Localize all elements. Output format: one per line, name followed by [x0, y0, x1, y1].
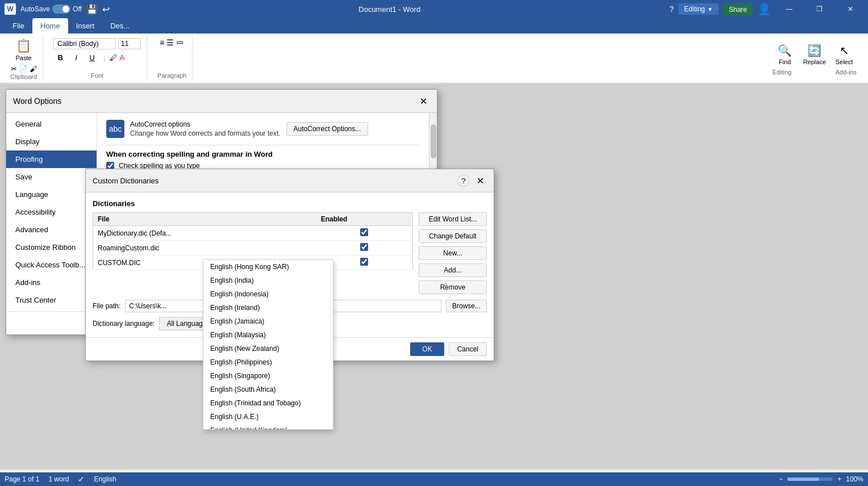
- font-group-label: Font: [91, 72, 103, 79]
- sidebar-item-display[interactable]: Display: [6, 133, 97, 150]
- lang-item-singapore[interactable]: English (Singapore): [203, 369, 333, 383]
- lang-item-malaysia[interactable]: English (Malaysia): [203, 328, 333, 342]
- autosave-switch[interactable]: [52, 5, 70, 14]
- sidebar-item-proofing[interactable]: Proofing: [6, 150, 97, 168]
- italic-button[interactable]: I: [69, 52, 83, 64]
- autocorrect-title: AutoCorrect options: [130, 120, 281, 128]
- select-button[interactable]: ↖ Select: [832, 41, 857, 68]
- custom-dict-ok-button[interactable]: OK: [410, 342, 444, 356]
- font-size-input[interactable]: [118, 38, 141, 49]
- editing-dropdown[interactable]: Editing ▼: [678, 3, 719, 15]
- add-dict-button[interactable]: Add...: [419, 263, 487, 277]
- sidebar-item-advanced[interactable]: Advanced: [6, 221, 97, 238]
- dict-enabled-1[interactable]: [316, 226, 413, 241]
- custom-dict-cancel-button[interactable]: Cancel: [449, 342, 487, 356]
- autosave-label: AutoSave: [20, 5, 50, 13]
- lang-item-south-africa[interactable]: English (South Africa): [203, 383, 333, 396]
- lang-item-new-zealand[interactable]: English (New Zealand): [203, 342, 333, 355]
- autocorrect-icon: abc: [106, 120, 124, 138]
- restore-button[interactable]: ❐: [807, 0, 833, 18]
- addins-label: Add-ins: [836, 69, 857, 76]
- share-button[interactable]: Share: [723, 3, 753, 15]
- sidebar-item-quick-access[interactable]: Quick Access Toolb...: [6, 256, 97, 274]
- select-icon: ↖: [840, 44, 849, 57]
- numbering-icon[interactable]: ≔: [176, 38, 184, 47]
- font-name-input[interactable]: [53, 38, 116, 49]
- lang-item-trinidad[interactable]: English (Trinidad and Tobago): [203, 396, 333, 410]
- dict-label: Dictionaries: [93, 199, 487, 208]
- font-group: B I U | 🖊 A Font: [48, 36, 147, 81]
- lang-item-jamaica[interactable]: English (Jamaica): [203, 315, 333, 328]
- sidebar-item-language[interactable]: Language: [6, 186, 97, 203]
- user-avatar[interactable]: 👤: [757, 2, 771, 16]
- paragraph-group: ≡ ☰ ≔ Paragraph: [152, 36, 193, 81]
- minimize-button[interactable]: —: [776, 0, 802, 18]
- dict-enabled-checkbox-2[interactable]: [360, 243, 368, 251]
- align-left-icon[interactable]: ≡: [160, 38, 164, 47]
- new-dict-button[interactable]: New...: [419, 246, 487, 260]
- lang-item-indonesia[interactable]: English (Indonesia): [203, 287, 333, 301]
- sidebar-item-accessibility[interactable]: Accessibility: [6, 203, 97, 221]
- paste-button[interactable]: 📋 Paste: [11, 36, 36, 64]
- bold-button[interactable]: B: [53, 52, 67, 64]
- find-button[interactable]: 🔍 Find: [773, 41, 798, 68]
- dict-file-1[interactable]: MyDictionary.dic (Defa...: [93, 226, 316, 241]
- lang-item-ireland[interactable]: English (Ireland): [203, 301, 333, 315]
- replace-button[interactable]: 🔄 Replace: [800, 41, 829, 68]
- doc-title: Document1 - Word: [358, 5, 420, 14]
- tab-home[interactable]: Home: [32, 18, 68, 33]
- word-options-sidebar: General Display Proofing Save Language A…: [6, 113, 97, 311]
- font-controls: B I U | 🖊 A: [53, 38, 141, 64]
- undo-icon[interactable]: ↩: [102, 4, 110, 15]
- tab-file[interactable]: File: [5, 18, 32, 33]
- lang-item-india[interactable]: English (India): [203, 274, 333, 287]
- custom-dict-title-bar: Custom Dictionaries ? ✕: [86, 169, 494, 192]
- find-icon: 🔍: [778, 44, 792, 57]
- word-options-title: Word Options: [13, 97, 61, 106]
- autosave-toggle[interactable]: AutoSave Off: [20, 5, 82, 14]
- lang-item-hong-kong[interactable]: English (Hong Kong SAR): [203, 260, 333, 274]
- title-bar-right: ? Editing ▼ Share 👤 — ❐ ✕: [670, 0, 863, 18]
- custom-dict-help-button[interactable]: ?: [457, 174, 470, 187]
- lang-item-philippines[interactable]: English (Philippines): [203, 355, 333, 369]
- dict-file-2[interactable]: RoamingCustom.dic: [93, 241, 316, 255]
- sidebar-item-save[interactable]: Save: [6, 168, 97, 186]
- select-label: Select: [836, 58, 853, 65]
- document-area: Word Options ✕ General Display Proofing …: [0, 83, 868, 470]
- dict-enabled-checkbox-3[interactable]: [360, 258, 368, 266]
- autocorrect-options-button[interactable]: AutoCorrect Options...: [286, 122, 369, 136]
- word-options-close-button[interactable]: ✕: [416, 94, 430, 108]
- format-painter-icon[interactable]: 🖌: [30, 65, 37, 73]
- cut-icon[interactable]: ✂: [11, 65, 17, 73]
- highlight-icon[interactable]: 🖊: [110, 53, 117, 62]
- dict-enabled-checkbox-1[interactable]: [360, 228, 368, 236]
- dict-enabled-2[interactable]: [316, 241, 413, 255]
- editing-group-ribbon: 🔍 Find 🔄 Replace ↖ Select Editing Add-in…: [773, 41, 857, 76]
- bullets-icon[interactable]: ☰: [166, 38, 174, 47]
- copy-icon[interactable]: 📄: [19, 65, 28, 73]
- sidebar-item-addins[interactable]: Add-ins: [6, 274, 97, 291]
- color-icon[interactable]: A: [119, 53, 124, 62]
- separator-1: [106, 145, 420, 145]
- custom-dict-close-button[interactable]: ✕: [473, 174, 487, 187]
- sidebar-item-general[interactable]: General: [6, 115, 97, 133]
- lang-item-uae[interactable]: English (U.A.E.): [203, 410, 333, 424]
- sidebar-item-trust-center[interactable]: Trust Center: [6, 291, 97, 309]
- close-button[interactable]: ✕: [837, 0, 863, 18]
- edit-word-list-button[interactable]: Edit Word List...: [419, 212, 487, 226]
- save-icon[interactable]: 💾: [86, 4, 98, 15]
- help-icon[interactable]: ?: [670, 5, 674, 14]
- replace-label: Replace: [803, 58, 826, 65]
- sidebar-item-customize-ribbon[interactable]: Customize Ribbon: [6, 238, 97, 256]
- lang-item-uk[interactable]: English (United Kingdom): [203, 424, 333, 430]
- language-dropdown[interactable]: English (Hong Kong SAR) English (India) …: [203, 259, 333, 430]
- browse-button[interactable]: Browse...: [446, 300, 487, 312]
- underline-button[interactable]: U: [85, 52, 99, 64]
- change-default-button[interactable]: Change Default: [419, 229, 487, 243]
- dict-row-2: RoamingCustom.dic: [93, 241, 413, 255]
- file-path-label: File path:: [93, 302, 120, 310]
- paste-icon: 📋: [16, 39, 31, 53]
- remove-dict-button[interactable]: Remove: [419, 280, 487, 294]
- tab-design[interactable]: Des...: [102, 18, 137, 33]
- tab-insert[interactable]: Insert: [68, 18, 103, 33]
